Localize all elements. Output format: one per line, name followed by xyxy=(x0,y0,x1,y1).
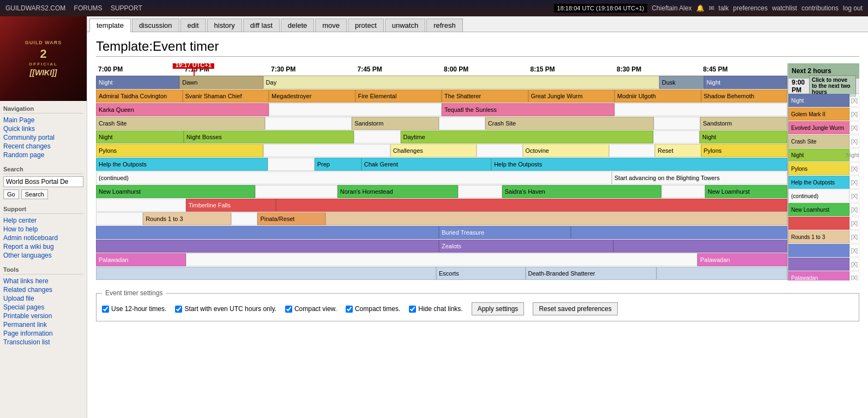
side-x-outposts[interactable]: [X] xyxy=(849,176,859,189)
preferences-link[interactable]: preferences xyxy=(733,4,768,12)
sidebar-item-community[interactable]: Community portal xyxy=(3,133,83,142)
gw2-link[interactable]: GUILDWARS2.COM xyxy=(5,4,65,12)
time-header-cell-6: 8:30 PM xyxy=(614,65,701,73)
settings-row: Use 12-hour times.Start with even UTC ho… xyxy=(102,302,853,315)
side-row-pylons: Pylons[X] xyxy=(788,162,859,175)
event-cell-buried-0 xyxy=(96,226,439,239)
side-x-zealots[interactable]: [X] xyxy=(849,258,859,271)
setting-checkbox-even-utc[interactable] xyxy=(175,306,182,313)
watchlist-link[interactable]: watchlist xyxy=(772,4,797,12)
event-cell-night-bosses-0: Night xyxy=(96,130,184,144)
tab-protect[interactable]: protect xyxy=(348,19,384,32)
setting-option-compact-view[interactable]: Compact view. xyxy=(285,305,337,313)
setting-option-compact-times[interactable]: Compact times. xyxy=(346,305,400,313)
event-row-palawadan: PalawadanPalawadan xyxy=(96,253,787,266)
tab-template[interactable]: template xyxy=(89,19,131,32)
side-rows: Night[X]Golem Mark II[X]Evolved Jungle W… xyxy=(788,94,859,280)
tab-diff-last[interactable]: diff last xyxy=(243,19,280,32)
mail-icon[interactable]: ✉ xyxy=(709,4,714,12)
setting-checkbox-compact-times[interactable] xyxy=(346,306,353,313)
setting-checkbox-hide-chat[interactable] xyxy=(409,306,416,313)
search-input[interactable] xyxy=(3,176,83,187)
setting-label-even-utc: Start with even UTC hours only. xyxy=(184,305,276,313)
setting-checkbox-twelve-hour[interactable] xyxy=(102,306,109,313)
event-cell-karka-3 xyxy=(614,103,787,116)
tab-unwatch[interactable]: unwatch xyxy=(385,19,425,32)
event-row-loamhurst: New LoamhurstNoran's HomesteadSaidra's H… xyxy=(96,185,787,198)
side-x-buried[interactable]: [X] xyxy=(849,244,859,257)
side-cell-pylons: Pylons xyxy=(788,162,849,175)
sidebar-item-other-langs[interactable]: Other languages xyxy=(3,251,83,260)
setting-option-twelve-hour[interactable]: Use 12-hour times. xyxy=(102,305,166,313)
side-x-world-bosses[interactable]: [X] xyxy=(849,108,859,121)
side-cell-zealots xyxy=(788,258,849,271)
tab-move[interactable]: move xyxy=(315,19,347,32)
event-cell-pylons-0: Pylons xyxy=(96,144,263,157)
go-button[interactable]: Go xyxy=(3,189,19,199)
sidebar-content: Navigation Main Page Quick links Communi… xyxy=(0,101,87,357)
side-x-karka[interactable]: [X] xyxy=(849,121,859,134)
reset-preferences-button[interactable]: Reset saved preferences xyxy=(533,302,617,315)
apply-settings-button[interactable]: Apply settings xyxy=(472,302,525,315)
side-row-rounds: Rounds 1 to 3[X] xyxy=(788,230,859,243)
side-x-crash-site[interactable]: [X] xyxy=(849,135,859,148)
side-x-pylons[interactable]: [X] xyxy=(849,162,859,175)
sidebar-item-main-page[interactable]: Main Page xyxy=(3,116,83,124)
sidebar-item-quick-links[interactable]: Quick links xyxy=(3,124,83,133)
side-x-loamhurst[interactable]: [X] xyxy=(849,203,859,216)
side-x-timberline[interactable]: [X] xyxy=(849,217,859,230)
sidebar-item-upload[interactable]: Upload file xyxy=(3,294,83,303)
username: Chieftain Alex xyxy=(652,4,691,12)
tab-edit[interactable]: edit xyxy=(180,19,206,32)
event-cell-day-night-0: Night xyxy=(96,76,179,89)
sidebar-item-what-links[interactable]: What links here xyxy=(3,277,83,285)
sidebar-item-transclusion[interactable]: Transclusion list xyxy=(3,338,83,347)
sidebar-item-printable[interactable]: Printable version xyxy=(3,312,83,320)
side-x-rounds[interactable]: [X] xyxy=(849,230,859,243)
setting-label-twelve-hour: Use 12-hour times. xyxy=(111,305,166,313)
sidebar-item-page-info[interactable]: Page information xyxy=(3,329,83,338)
sidebar-item-report-bug[interactable]: Report a wiki bug xyxy=(3,242,83,251)
event-cell-world-bosses-3: Fire Elemental xyxy=(355,89,442,103)
sidebar-item-recent-changes[interactable]: Recent changes xyxy=(3,142,83,151)
support-link[interactable]: SUPPORT xyxy=(111,4,142,12)
event-cell-crash-site-1 xyxy=(265,117,352,130)
setting-option-even-utc[interactable]: Start with even UTC hours only. xyxy=(175,305,276,313)
setting-checkbox-compact-view[interactable] xyxy=(285,306,292,313)
side-x-day-night[interactable]: [X] xyxy=(849,94,859,107)
talk-link[interactable]: talk xyxy=(719,4,729,12)
contributions-link[interactable]: contributions xyxy=(801,4,839,12)
tab-refresh[interactable]: refresh xyxy=(426,19,462,32)
forums-link[interactable]: FORUMS xyxy=(74,4,103,12)
time-header-area: 7:00 PM7:15 PM7:30 PM7:45 PM8:00 PM8:15 … xyxy=(96,63,787,76)
event-row-escorts: EscortsDeath-Branded Shatterer xyxy=(96,267,787,280)
search-button[interactable]: Search xyxy=(21,189,48,199)
logo: GUILD WARS 2 OFFICIAL [[WIKI]] xyxy=(25,40,62,77)
tab-delete[interactable]: delete xyxy=(281,19,314,32)
event-cell-rounds-2 xyxy=(231,212,257,225)
settings-legend: Event timer settings xyxy=(102,289,166,297)
tab-discussion[interactable]: discussion xyxy=(132,19,179,32)
sidebar-item-help-center[interactable]: Help center xyxy=(3,216,83,225)
logout-link[interactable]: log out xyxy=(843,4,863,12)
sidebar-item-permanent[interactable]: Permanent link xyxy=(3,320,83,329)
sidebar-item-special[interactable]: Special pages xyxy=(3,303,83,312)
side-row-karka: Evolved Jungle Wurm[X] xyxy=(788,121,859,134)
side-x-palawadan[interactable]: [X] xyxy=(849,271,859,280)
tab-bar: template discussion edit history diff la… xyxy=(87,16,868,32)
bell-icon[interactable]: 🔔 xyxy=(696,4,704,12)
sidebar-item-how-to-help[interactable]: How to help xyxy=(3,225,83,234)
search-section: Search Go Search xyxy=(3,166,83,199)
time-header-cell-5: 8:15 PM xyxy=(528,65,615,73)
tab-history[interactable]: history xyxy=(207,19,242,32)
side-x-night-bosses[interactable]: NightB xyxy=(849,148,859,162)
sidebar-item-related-changes[interactable]: Related changes xyxy=(3,285,83,294)
event-cell-night-bosses-2 xyxy=(354,130,401,144)
timer-container: 7:00 PM7:15 PM7:30 PM7:45 PM8:00 PM8:15 … xyxy=(96,63,859,280)
event-cell-buried-2 xyxy=(571,226,787,239)
side-x-continued[interactable]: [X] xyxy=(849,189,859,202)
sidebar-item-admin[interactable]: Admin noticeboard xyxy=(3,234,83,242)
sidebar-item-random[interactable]: Random page xyxy=(3,151,83,159)
time-header-cell-1: 7:15 PM xyxy=(183,65,269,73)
setting-option-hide-chat[interactable]: Hide chat links. xyxy=(409,305,462,313)
